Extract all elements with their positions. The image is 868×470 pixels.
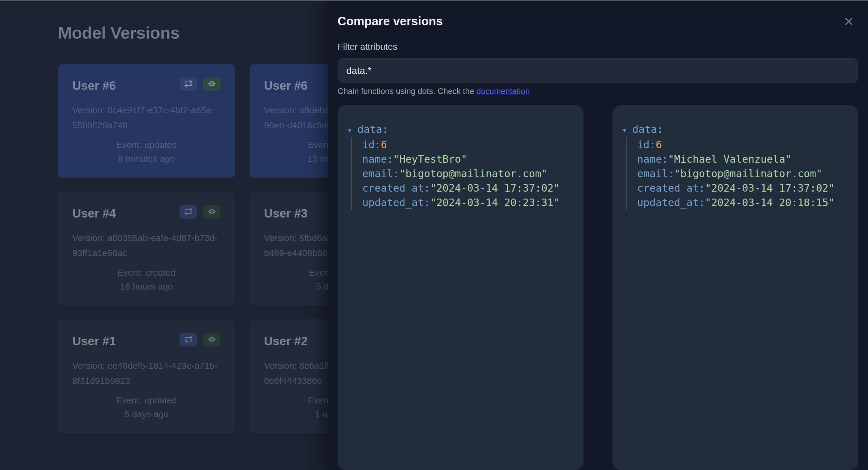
event-info: Event: updated5 days ago <box>72 394 221 421</box>
field-row: name:"HeyTestBro" <box>362 152 574 166</box>
data-fields: id:6 name:"Michael Valenzuela" email:"bi… <box>626 137 849 210</box>
collapse-caret-icon: ▾ <box>347 123 358 137</box>
field-row: created_at:"2024-03-14 17:37:02" <box>362 181 574 195</box>
documentation-link[interactable]: documentation <box>476 87 530 96</box>
event-info: Event: created16 hours ago <box>72 266 221 293</box>
filter-attributes-label: Filter attributes <box>338 41 858 52</box>
panel-header: Compare versions <box>338 14 858 29</box>
panel-title: Compare versions <box>338 14 841 28</box>
card-header: User #6 <box>72 77 221 93</box>
close-icon <box>843 15 855 28</box>
card-title: User #1 <box>72 333 180 348</box>
version-card[interactable]: User #1 Version: ee46def5-1814-423e-a715… <box>58 319 235 433</box>
version-card[interactable]: User #6 Version: 0c4e91f7-e37c-4bf2-a65a… <box>58 64 235 178</box>
root-key: data: <box>632 122 663 136</box>
eye-icon <box>207 335 216 345</box>
eye-icon <box>207 207 216 217</box>
field-row: name:"Michael Valenzuela" <box>637 152 849 166</box>
collapse-caret-icon: ▾ <box>622 123 632 137</box>
compare-grid: ▾ data: id:6 name:"HeyTestBro" email:"bi… <box>338 105 858 470</box>
field-row: updated_at:"2024-03-14 20:23:31" <box>362 195 574 210</box>
right-version-diff-card: ▾ data: id:6 name:"Michael Valenzuela" e… <box>613 105 858 470</box>
left-version-diff-card: ▾ data: id:6 name:"HeyTestBro" email:"bi… <box>338 105 584 470</box>
field-row: id:6 <box>362 137 574 152</box>
card-header: User #4 <box>72 205 221 220</box>
swap-arrows-icon <box>184 79 193 89</box>
field-row: email:"bigotop@mailinator.com" <box>637 166 849 181</box>
compare-toggle-button[interactable] <box>180 77 197 91</box>
filter-attributes-input[interactable] <box>338 58 858 83</box>
preview-button[interactable] <box>203 333 221 346</box>
card-title: User #4 <box>72 205 180 220</box>
eye-icon <box>207 79 216 89</box>
window-top-edge <box>0 0 868 1</box>
data-fields: id:6 name:"HeyTestBro" email:"bigotop@ma… <box>351 137 574 210</box>
version-card[interactable]: User #4 Version: a00355ab-eafe-4d87-b73d… <box>58 192 235 306</box>
version-id: Version: 0c4e91f7-e37c-4bf2-a65a-5589ff2… <box>72 103 221 133</box>
card-actions <box>180 333 221 346</box>
compare-versions-panel: Compare versions Filter attributes Chain… <box>328 0 868 470</box>
event-info: Event: updated8 minutes ago <box>72 138 221 166</box>
field-row: updated_at:"2024-03-14 20:18:15" <box>637 195 849 210</box>
card-actions <box>180 205 221 219</box>
data-root-row[interactable]: ▾ data: <box>347 122 574 137</box>
root-key: data: <box>358 122 388 136</box>
swap-arrows-icon <box>184 335 193 345</box>
preview-button[interactable] <box>203 205 221 219</box>
field-row: email:"bigotop@mailinator.com" <box>362 166 574 181</box>
data-root-row[interactable]: ▾ data: <box>622 122 849 137</box>
card-header: User #1 <box>72 333 221 348</box>
version-id: Version: ee46def5-1814-423e-a715-8f31d91… <box>72 358 221 388</box>
close-button[interactable] <box>841 14 856 29</box>
compare-toggle-button[interactable] <box>180 333 197 346</box>
filter-helper-text: Chain functions using dots. Check the do… <box>338 87 858 96</box>
card-actions <box>180 77 221 91</box>
preview-button[interactable] <box>203 77 221 91</box>
field-row: id:6 <box>637 137 849 152</box>
card-title: User #6 <box>72 77 180 93</box>
page-title: Model Versions <box>58 23 180 42</box>
compare-toggle-button[interactable] <box>180 205 197 219</box>
version-id: Version: a00355ab-eafe-4d87-b73d-93ff1a1… <box>72 230 221 261</box>
field-row: created_at:"2024-03-14 17:37:02" <box>637 181 849 195</box>
swap-arrows-icon <box>184 207 193 217</box>
